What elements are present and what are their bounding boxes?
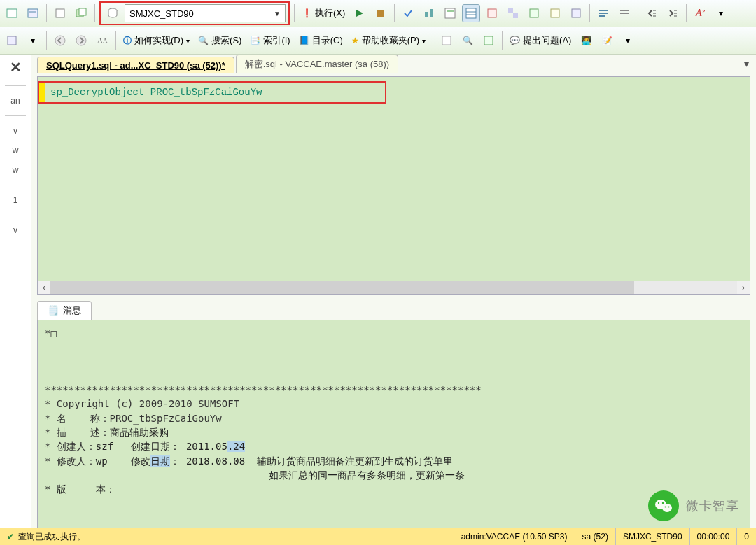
results-grid-icon[interactable]: [462, 4, 480, 22]
svg-rect-3: [56, 9, 64, 17]
document-tab-active[interactable]: SQLQuery1.sql - ad...XC_STD90 (sa (52))*: [37, 57, 234, 73]
toolbar-icon[interactable]: [567, 4, 585, 22]
svg-rect-8: [377, 10, 384, 17]
separator: [294, 4, 295, 22]
execute-label: 执行(X): [315, 7, 345, 20]
document-tab[interactable]: 解密.sql - VACCAE.master (sa (58)): [236, 55, 398, 73]
toolbar-icon[interactable]: [3, 31, 21, 50]
ask-question-label: 提出问题(A): [523, 34, 571, 47]
toolbar-icon[interactable]: [525, 4, 543, 22]
close-panel-button[interactable]: ✕: [10, 59, 22, 76]
db-icon[interactable]: [104, 4, 122, 22]
execute-button[interactable]: ❗ 执行(X): [299, 4, 348, 22]
list-item[interactable]: v: [13, 225, 18, 235]
toolbar-icon[interactable]: [546, 4, 564, 22]
chevron-down-icon[interactable]: ▾: [24, 31, 42, 50]
favorites-menu[interactable]: ★ 帮助收藏夹(P) ▾: [349, 31, 428, 50]
search-menu[interactable]: 🔍 搜索(S): [195, 31, 244, 50]
chevron-down-icon[interactable]: ▾: [619, 31, 637, 50]
toolbar-icon[interactable]: [504, 4, 522, 22]
database-name: SMJXC_STD90: [130, 8, 194, 19]
wechat-icon: [648, 490, 679, 521]
indent-out-icon[interactable]: [643, 4, 661, 22]
msg-divider: ****************************************…: [45, 384, 482, 395]
help-icon: ⓘ: [123, 35, 132, 47]
watermark: 微卡智享: [648, 490, 739, 521]
forward-icon[interactable]: [72, 31, 90, 50]
messages-panel[interactable]: *□ *************************************…: [37, 320, 750, 530]
scroll-track[interactable]: [50, 281, 737, 294]
msg-name-label: * 名 称：: [45, 413, 110, 424]
intellisense-icon[interactable]: A²: [691, 4, 709, 22]
svg-point-41: [662, 502, 664, 504]
ask-question-menu[interactable]: 💬 提出问题(A): [507, 31, 574, 50]
toolbar-icon[interactable]: [441, 4, 459, 22]
msg-create-date-label: 创建日期：: [131, 441, 180, 452]
parse-check-icon[interactable]: [399, 4, 417, 22]
left-sidebar: ✕ an v w w 1 v: [0, 55, 31, 530]
svg-rect-9: [425, 12, 428, 17]
msg-note2: 如果汇总的同一商品有多条明细，更新第一条: [269, 469, 465, 481]
separator: [394, 4, 395, 22]
comment-icon[interactable]: [594, 4, 612, 22]
database-combobox[interactable]: SMJXC_STD90 ▼: [125, 4, 286, 22]
list-item[interactable]: w: [13, 165, 19, 175]
uncomment-icon[interactable]: [615, 4, 634, 22]
toolbar-icon[interactable]: [51, 4, 69, 22]
status-rows: 0: [736, 528, 756, 545]
run-icon[interactable]: [351, 4, 369, 22]
favorites-label: 帮助收藏夹(P): [362, 34, 419, 47]
msg-version: * 版 本：: [45, 483, 115, 495]
messages-icon: 🗒️: [48, 305, 59, 316]
back-icon[interactable]: [51, 31, 69, 50]
status-bar: ✔ 查询已成功执行。 admin:VACCAE (10.50 SP3) sa (…: [0, 528, 756, 545]
list-item[interactable]: 1: [13, 195, 18, 205]
search-label: 搜索(S): [211, 34, 241, 47]
toolbar-icon[interactable]: [479, 31, 498, 50]
svg-point-42: [665, 507, 666, 508]
toolbar-icon[interactable]: [72, 4, 90, 22]
toolbar-icon[interactable]: [3, 4, 21, 22]
scroll-left-icon[interactable]: ‹: [38, 281, 50, 294]
toolbar-search-icon[interactable]: 🔍: [458, 31, 477, 50]
toolbar-icon[interactable]: [420, 4, 438, 22]
edit-gutter-marker: [39, 83, 45, 102]
font-size-icon[interactable]: AA: [93, 31, 111, 50]
horizontal-scrollbar[interactable]: ‹ ›: [38, 281, 750, 294]
toolbar-icon[interactable]: [483, 4, 501, 22]
svg-rect-37: [484, 36, 493, 45]
separator: [46, 4, 47, 22]
toolbar-icon[interactable]: [438, 31, 456, 50]
indent-in-icon[interactable]: [664, 4, 682, 22]
chevron-down-icon: ▼: [274, 10, 281, 17]
chevron-down-icon: ▾: [422, 37, 426, 45]
list-item[interactable]: w: [13, 146, 19, 155]
toolbar-icon[interactable]: 🧑‍💻: [577, 31, 595, 50]
divider: [5, 85, 26, 86]
scroll-right-icon[interactable]: ›: [737, 281, 750, 294]
results-tabs: 🗒️ 消息: [37, 300, 750, 320]
workspace: ✕ an v w w 1 v SQLQuery1.sql - ad...XC_S…: [0, 55, 756, 530]
catalog-menu[interactable]: 📘 目录(C): [296, 31, 346, 50]
stop-icon[interactable]: [372, 4, 390, 22]
toolbar-icon[interactable]: [24, 4, 42, 22]
svg-point-43: [668, 507, 670, 508]
list-item[interactable]: v: [13, 126, 18, 136]
howto-menu[interactable]: ⓘ 如何实现(D) ▾: [120, 31, 192, 50]
chevron-down-icon[interactable]: ▾: [712, 4, 730, 22]
index-menu[interactable]: 📑 索引(I): [247, 31, 293, 50]
svg-rect-20: [551, 9, 559, 17]
list-item[interactable]: an: [10, 96, 20, 106]
watermark-text: 微卡智享: [686, 497, 739, 514]
book-icon: 📘: [299, 36, 309, 45]
code-highlight-box: sp_DecryptObject PROC_tbSpFzCaiGouYw: [38, 81, 386, 104]
messages-tab[interactable]: 🗒️ 消息: [37, 301, 92, 320]
tab-overflow-icon[interactable]: ▾: [744, 58, 749, 69]
toolbar-icon[interactable]: 📝: [598, 31, 616, 50]
msg-create-date-hl: .24: [227, 441, 245, 452]
code-editor[interactable]: sp_DecryptObject PROC_tbSpFzCaiGouYw ‹ ›: [37, 76, 750, 295]
status-user: sa (52): [575, 528, 615, 545]
scroll-thumb[interactable]: [50, 281, 634, 294]
svg-point-35: [76, 36, 86, 45]
database-selector-highlight: SMJXC_STD90 ▼: [99, 1, 290, 25]
